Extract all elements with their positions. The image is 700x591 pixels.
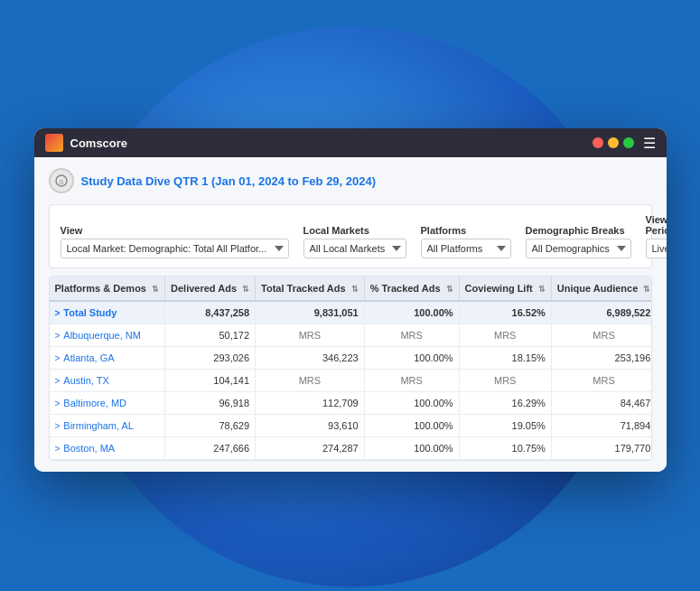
- table-row: >Boston, MA247,666274,287100.00%10.75%17…: [50, 437, 652, 460]
- expand-icon[interactable]: >: [55, 353, 61, 363]
- study-icon: S: [49, 168, 74, 193]
- view-label: View: [61, 225, 289, 236]
- sort-icon-total-tracked[interactable]: ⇅: [351, 285, 359, 294]
- col-header-delivered: Delivered Ads ⇅: [165, 277, 256, 301]
- minimize-dot[interactable]: [608, 137, 619, 148]
- cell-total_tracked: 9,831,051: [256, 301, 365, 324]
- cell-coviewing_lift: 19.05%: [459, 415, 551, 437]
- col-header-pct-tracked: % Tracked Ads ⇅: [364, 277, 459, 301]
- cell-coviewing_lift: MRS: [459, 370, 551, 392]
- cell-total_tracked: 346,223: [256, 347, 365, 370]
- filters-row: View Local Market: Demographic: Total Al…: [61, 214, 640, 258]
- cell-pct_tracked: 100.00%: [364, 415, 459, 437]
- sort-icon-name[interactable]: ⇅: [152, 285, 159, 294]
- platforms-label: Platforms: [421, 225, 511, 236]
- table-row: >Baltimore, MD96,918112,709100.00%16.29%…: [50, 392, 652, 415]
- demo-label: Demographic Breaks: [526, 225, 631, 236]
- cell-total_tracked: 93,610: [256, 415, 365, 437]
- sort-icon-coviewing[interactable]: ⇅: [538, 285, 546, 294]
- expand-icon[interactable]: >: [55, 421, 61, 431]
- cell-delivered_ads: 78,629: [165, 415, 256, 437]
- markets-select[interactable]: All Local Markets: [303, 239, 406, 258]
- table-row: >Albuquerque, NM50,172MRSMRSMRSMRSMRSMRS: [50, 324, 652, 347]
- filters-section: View Local Market: Demographic: Total Al…: [49, 204, 652, 268]
- cell-name: >Albuquerque, NM: [50, 324, 165, 347]
- cell-coviewing_lift: 16.29%: [459, 392, 551, 415]
- cell-delivered_ads: 50,172: [165, 324, 256, 347]
- expand-icon[interactable]: >: [55, 331, 61, 341]
- cell-coviewing_lift: MRS: [459, 324, 551, 347]
- sort-icon-pct-tracked[interactable]: ⇅: [446, 285, 453, 294]
- cell-name: >Birmingham, AL: [50, 415, 165, 437]
- expand-icon[interactable]: >: [55, 376, 61, 386]
- cell-total_tracked: 112,709: [256, 392, 365, 415]
- demo-filter-group: Demographic Breaks All Demographics: [526, 225, 631, 258]
- markets-filter-group: Local Markets All Local Markets: [303, 225, 406, 258]
- window-controls: [593, 137, 634, 148]
- study-header: S Study Data Dive QTR 1 (Jan 01, 2024 to…: [49, 168, 652, 193]
- market-name[interactable]: Baltimore, MD: [63, 398, 126, 408]
- sort-icon-unique[interactable]: ⇅: [643, 285, 650, 294]
- cell-delivered_ads: 96,918: [165, 392, 256, 415]
- study-title: Study Data Dive QTR 1 (Jan 01, 2024 to F…: [81, 174, 377, 188]
- markets-label: Local Markets: [303, 225, 406, 236]
- cell-delivered_ads: 247,666: [165, 437, 256, 460]
- cell-delivered_ads: 293,026: [165, 347, 256, 370]
- market-name[interactable]: Total Study: [63, 307, 117, 318]
- cell-pct_tracked: 100.00%: [364, 437, 459, 460]
- cell-name: >Austin, TX: [50, 370, 165, 392]
- cell-pct_tracked: MRS: [364, 324, 459, 347]
- market-name[interactable]: Birmingham, AL: [63, 420, 134, 431]
- close-dot[interactable]: [593, 137, 603, 148]
- cell-unique_audience: 179,770: [551, 437, 651, 460]
- data-table: Platforms & Demos ⇅ Delivered Ads ⇅ Tota…: [49, 276, 652, 461]
- platforms-select[interactable]: All Platforms: [421, 239, 511, 258]
- table-row: >Birmingham, AL78,62993,610100.00%19.05%…: [50, 415, 652, 437]
- col-header-total-tracked: Total Tracked Ads ⇅: [256, 277, 365, 301]
- sort-icon-delivered[interactable]: ⇅: [242, 285, 249, 294]
- view-select[interactable]: Local Market: Demographic: Total All Pla…: [61, 239, 289, 258]
- expand-icon[interactable]: >: [55, 308, 61, 318]
- main-window: Comscore ☰ S Study Data Dive QTR 1 (Jan …: [34, 128, 667, 472]
- titlebar: Comscore ☰: [34, 128, 667, 157]
- maximize-dot[interactable]: [623, 137, 634, 148]
- cell-unique_audience: MRS: [551, 370, 651, 392]
- demo-select[interactable]: All Demographics: [526, 239, 631, 258]
- cell-pct_tracked: 100.00%: [364, 347, 459, 370]
- table-row: >Austin, TX104,141MRSMRSMRSMRSMRSMRS: [50, 370, 652, 392]
- table-row: >Atlanta, GA293,026346,223100.00%18.15%2…: [50, 347, 652, 370]
- col-header-name: Platforms & Demos ⇅: [50, 277, 165, 301]
- cell-total_tracked: MRS: [256, 370, 365, 392]
- app-name: Comscore: [70, 136, 128, 150]
- cell-unique_audience: MRS: [551, 324, 651, 347]
- cell-name: >Atlanta, GA: [50, 347, 165, 370]
- expand-icon[interactable]: >: [55, 399, 61, 408]
- market-name[interactable]: Albuquerque, NM: [63, 330, 141, 341]
- cell-pct_tracked: MRS: [364, 370, 459, 392]
- titlebar-left: Comscore: [45, 134, 128, 152]
- app-icon: [45, 134, 63, 152]
- cell-coviewing_lift: 10.75%: [459, 437, 551, 460]
- cell-pct_tracked: 100.00%: [364, 301, 459, 324]
- col-header-unique-audience: Unique Audience ⇅: [551, 277, 651, 301]
- market-name[interactable]: Austin, TX: [63, 375, 109, 386]
- view-filter-group: View Local Market: Demographic: Total Al…: [61, 225, 289, 258]
- viewing-select[interactable]: Live: [646, 239, 667, 258]
- cell-name: >Baltimore, MD: [50, 392, 165, 415]
- viewing-filter-group: Viewing Period Live: [646, 214, 667, 258]
- svg-text:S: S: [59, 178, 63, 186]
- cell-coviewing_lift: 18.15%: [459, 347, 551, 370]
- market-name[interactable]: Atlanta, GA: [63, 352, 114, 363]
- cell-coviewing_lift: 16.52%: [459, 301, 551, 324]
- viewing-label: Viewing Period: [646, 214, 667, 236]
- cell-name: >Total Study: [50, 301, 165, 324]
- cell-unique_audience: 253,196: [551, 347, 651, 370]
- cell-unique_audience: 71,894: [551, 415, 651, 437]
- market-name[interactable]: Boston, MA: [63, 443, 115, 454]
- cell-total_tracked: 274,287: [256, 437, 365, 460]
- cell-delivered_ads: 104,141: [165, 370, 256, 392]
- menu-button[interactable]: ☰: [643, 135, 656, 152]
- main-content: S Study Data Dive QTR 1 (Jan 01, 2024 to…: [34, 157, 667, 472]
- expand-icon[interactable]: >: [55, 444, 61, 454]
- cell-name: >Boston, MA: [50, 437, 165, 460]
